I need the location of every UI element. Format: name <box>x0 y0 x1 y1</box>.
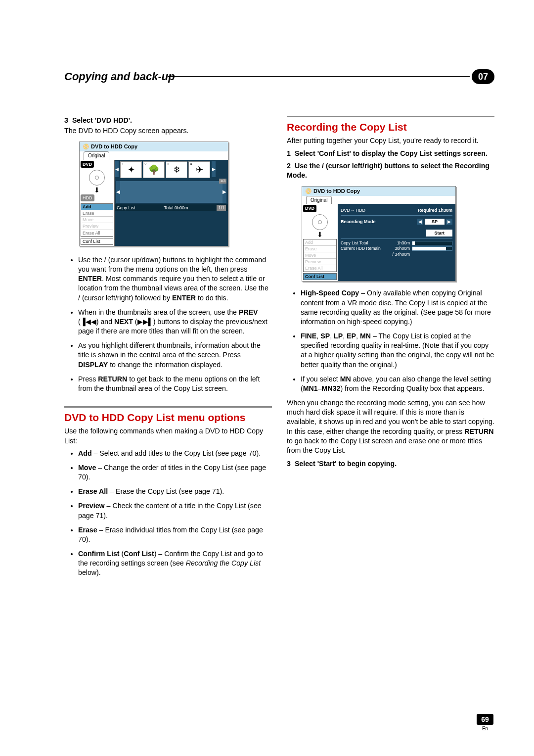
stat-label: Copy List Total <box>341 240 390 246</box>
left-bullets-1: Use the / (cursor up/down) buttons to hi… <box>64 255 272 393</box>
step3-after: The DVD to HDD Copy screen appears. <box>64 126 272 136</box>
ui-menu: Add Erase Move Preview Erase All <box>81 203 113 237</box>
menu-preview[interactable]: Preview <box>81 223 113 230</box>
stat-label: Current HDD Remain <box>341 246 390 251</box>
bullet: Preview – Check the content of a title i… <box>78 501 272 520</box>
section-rule <box>64 406 272 408</box>
nav-prev-icon[interactable]: ◀ <box>115 161 119 177</box>
step-3: 3Select 'DVD HDD'. <box>64 116 272 125</box>
disc-icon <box>89 170 105 186</box>
ui-left-panel: DVD ⬇ Add Erase Move Preview Erase All C… <box>302 204 338 281</box>
bullet: Erase – Erase individual titles from the… <box>78 525 272 544</box>
page-lang: En <box>477 726 493 731</box>
step-text: Use the / (cursor left/right) buttons to… <box>287 162 490 179</box>
ui-body: DVD ⬇ HDD Add Erase Move Preview Erase A… <box>80 160 228 246</box>
dvd-label: DVD <box>81 161 94 168</box>
menu-eraseall[interactable]: Erase All <box>81 230 113 236</box>
stat-value: 30h00m <box>390 246 412 251</box>
sec2-intro: Use the following commands when making a… <box>64 426 272 445</box>
step-num: 1 <box>287 149 291 157</box>
bullet: As you highlight different thumbnails, i… <box>78 341 272 370</box>
step-1: 1Select 'Conf List' to display the Copy … <box>287 149 494 158</box>
arrow-down-icon: ⬇ <box>80 187 114 193</box>
menu-conflist[interactable]: Conf List <box>81 238 113 245</box>
bullet: When in the thumbnails area of the scree… <box>78 308 272 336</box>
next-icon: ▶▶▌ <box>137 318 153 326</box>
menu-move[interactable]: Move <box>304 252 336 259</box>
left-bullets-2: Add – Select and add titles to the Copy … <box>64 449 272 578</box>
nav-next-icon[interactable]: ▶ <box>212 161 216 177</box>
direction-label: DVD→ HDD <box>341 207 365 213</box>
page-indicator: 1/3 <box>219 179 226 184</box>
thumbnail-row: 1✦ 2🌳 3❄ 4✈ <box>119 160 212 180</box>
ui-dvd-to-hdd-copy: 📀 DVD to HDD Copy Original DVD ⬇ HDD Add… <box>79 142 228 246</box>
section-head-menu-options: DVD to HDD Copy List menu options <box>64 411 272 425</box>
menu-erase[interactable]: Erase <box>304 246 336 252</box>
bullet: Move – Change the order of titles in the… <box>78 463 272 482</box>
step-3r: 3Select 'Start' to begin copying. <box>287 459 494 469</box>
menu-move[interactable]: Move <box>81 217 113 223</box>
step-text: Select 'DVD HDD'. <box>72 116 132 124</box>
mode-next-icon[interactable]: ▶ <box>446 219 452 225</box>
menu-add[interactable]: Add <box>304 239 336 246</box>
ui-tab-original: Original <box>84 151 109 160</box>
section-rule <box>287 116 494 117</box>
arrow-down-icon: ⬇ <box>302 231 338 238</box>
info-strip: ◀ ▶ <box>116 181 226 203</box>
bullet: Erase All – Erase the Copy List (see pag… <box>78 487 272 496</box>
right-intro: After putting together your Copy List, y… <box>287 136 494 145</box>
stat-bar <box>412 246 452 251</box>
bullet: If you select MN above, you can also cha… <box>301 375 494 393</box>
ui-right-panel: ◀ 1✦ 2🌳 3❄ 4✈ ▶ 1/3 ◀ <box>115 160 228 246</box>
left-column: 3Select 'DVD HDD'. The DVD to HDD Copy s… <box>64 116 272 583</box>
stat-row: Copy List Total 1h30m <box>341 240 452 246</box>
right-bullets: High-Speed Copy – Only available when co… <box>287 288 494 393</box>
mid-nav-prev-icon[interactable]: ◀ <box>116 181 120 203</box>
menu-eraseall[interactable]: Erase All <box>304 265 336 272</box>
section-head-recording: Recording the Copy List <box>287 120 494 134</box>
mode-row: Recording Mode ◀ SP ▶ <box>341 216 452 228</box>
stat-row: / 34h00m <box>341 252 452 257</box>
bullet: FINE, SP, LP, EP, MN – The Copy List is … <box>301 331 494 370</box>
menu-preview[interactable]: Preview <box>304 259 336 265</box>
thumb-1[interactable]: 1✦ <box>120 161 142 178</box>
bullet: Press RETURN to get back to the menu opt… <box>78 375 272 393</box>
mode-value: SP <box>425 219 445 225</box>
ui-body: DVD ⬇ Add Erase Move Preview Erase All C… <box>302 204 455 281</box>
menu-erase[interactable]: Erase <box>81 210 113 217</box>
stat-bar-fill <box>412 247 446 250</box>
menu-conflist[interactable]: Conf List <box>303 273 337 280</box>
start-button[interactable]: Start <box>426 230 452 236</box>
menu-add[interactable]: Add <box>81 204 113 210</box>
mode-prev-icon[interactable]: ◀ <box>417 219 423 225</box>
page-footer: 69 En <box>477 714 493 731</box>
page-number: 69 <box>477 714 493 725</box>
bullet: High-Speed Copy – Only available when co… <box>301 288 494 327</box>
bullet: Confirm List (Conf List) – Confirm the C… <box>78 549 272 578</box>
foot-page: 1/1 <box>217 205 226 211</box>
ui-tab-original: Original <box>306 196 332 204</box>
step-num: 3 <box>64 116 68 124</box>
ui-left-panel: DVD ⬇ HDD Add Erase Move Preview Erase A… <box>80 160 115 246</box>
dvd-label: DVD <box>303 205 316 212</box>
prev-icon: ▐◀◀ <box>81 318 96 326</box>
bullet: Add – Select and add titles to the Copy … <box>78 449 272 458</box>
ui-conf-list: 📀 DVD to HDD Copy Original DVD ⬇ Add Era… <box>302 186 456 282</box>
step-text: Select 'Conf List' to display the Copy L… <box>295 149 488 157</box>
step-text: Select 'Start' to begin copying. <box>295 460 397 468</box>
stat-row: Current HDD Remain 30h00m <box>341 246 452 251</box>
stat-bar <box>412 241 452 245</box>
page-header: Copying and back-up 07 <box>64 69 494 86</box>
thumb-2[interactable]: 2🌳 <box>143 161 165 178</box>
header-rule <box>168 76 470 77</box>
copylist-label: Copy List <box>117 205 135 211</box>
ui-title: 📀 DVD to HDD Copy <box>80 142 228 151</box>
thumb-3[interactable]: 3❄ <box>166 161 187 178</box>
content-columns: 3Select 'DVD HDD'. The DVD to HDD Copy s… <box>64 116 494 583</box>
thumb-4[interactable]: 4✈ <box>188 161 210 178</box>
bullet: Use the / (cursor up/down) buttons to hi… <box>78 255 272 303</box>
mid-nav-next-icon[interactable]: ▶ <box>222 181 226 203</box>
mode-selector[interactable]: ◀ SP ▶ <box>417 219 452 225</box>
manual-page: Copying and back-up 07 3Select 'DVD HDD'… <box>0 0 534 756</box>
header-title: Copying and back-up <box>64 70 180 83</box>
